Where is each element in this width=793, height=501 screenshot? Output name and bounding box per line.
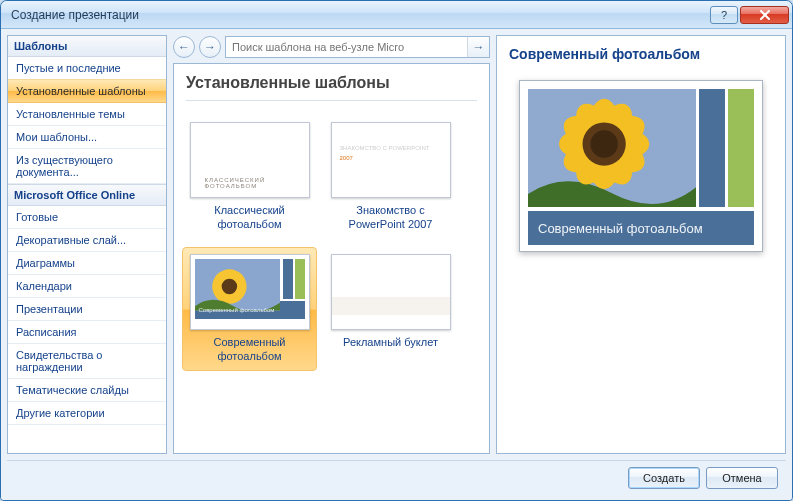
sidebar-item-schedules[interactable]: Расписания [8,321,166,344]
sidebar-item-presentations[interactable]: Презентации [8,298,166,321]
sidebar-item-diagrams[interactable]: Диаграммы [8,252,166,275]
sidebar-item-label: Диаграммы [16,257,75,269]
nav-back-button[interactable]: ← [173,36,195,58]
sunflower-icon [528,89,696,207]
arrow-left-icon: ← [178,40,190,54]
preview-pane: Современный фотоальбом [496,35,786,454]
sidebar-section-online: Microsoft Office Online [8,184,166,206]
template-thumb: КЛАССИЧЕСКИЙ ФОТОАЛЬБОМ [190,122,310,198]
dialog-window: Создание презентации ? Шаблоны Пустые и … [0,0,793,501]
template-item-classic-photo[interactable]: КЛАССИЧЕСКИЙ ФОТОАЛЬБОМ Классический фот… [182,115,317,239]
search-input[interactable] [226,37,467,57]
nav-forward-button[interactable]: → [199,36,221,58]
template-thumb: Современный фотоальбом [190,254,310,330]
workarea: Шаблоны Пустые и последние Установленные… [1,29,792,500]
thumb-text: КЛАССИЧЕСКИЙ ФОТОАЛЬБОМ [205,177,309,189]
sidebar-item-installed-themes[interactable]: Установленные темы [8,103,166,126]
template-item-modern-photo[interactable]: Современный фотоальбом Современный фотоа… [182,247,317,371]
sidebar-item-label: Свидетельства о награждении [16,349,102,373]
template-label: Современный фотоальбом [187,336,312,364]
preview-title: Современный фотоальбом [509,46,773,62]
sidebar-item-award-certs[interactable]: Свидетельства о награждении [8,344,166,379]
template-item-intro-ppt2007[interactable]: ЗНАКОМСТВО С POWERPOINT 2007 Знакомство … [323,115,458,239]
sidebar-item-label: Готовые [16,211,58,223]
svg-point-2 [221,279,236,294]
help-button[interactable]: ? [710,6,738,24]
titlebar: Создание презентации ? [1,1,792,29]
cancel-button[interactable]: Отмена [706,467,778,489]
preview-canvas: Современный фотоальбом [519,80,763,252]
middle-column: ← → → Установленные шаблоны [173,35,490,454]
sidebar-item-blank-recent[interactable]: Пустые и последние [8,57,166,80]
sidebar-item-calendars[interactable]: Календари [8,275,166,298]
sidebar-item-label: Календари [16,280,72,292]
upper-row: Шаблоны Пустые и последние Установленные… [7,35,786,454]
sidebar-item-label: Тематические слайды [16,384,129,396]
gallery-title: Установленные шаблоны [174,64,489,94]
template-thumb [331,254,451,330]
search-box: → [225,36,490,58]
sidebar-section-templates: Шаблоны [8,36,166,57]
nav-row: ← → → [173,35,490,59]
sidebar-item-more-categories[interactable]: Другие категории [8,402,166,425]
sidebar-item-installed-templates[interactable]: Установленные шаблоны [8,79,166,103]
sidebar-item-label: Мои шаблоны... [16,131,97,143]
thumb-text: ЗНАКОМСТВО С POWERPOINT [340,145,430,151]
create-button[interactable]: Создать [628,467,700,489]
template-label: Знакомство с PowerPoint 2007 [328,204,453,232]
window-title: Создание презентации [11,8,709,22]
sidebar-item-label: Декоративные слай... [16,234,126,246]
arrow-right-icon: → [473,40,485,54]
template-thumb: ЗНАКОМСТВО С POWERPOINT 2007 [331,122,451,198]
arrow-right-icon: → [204,40,216,54]
search-go-button[interactable]: → [467,37,489,57]
dialog-footer: Создать Отмена [7,460,786,494]
sunflower-icon [195,259,281,311]
sidebar-item-from-existing[interactable]: Из существующего документа... [8,149,166,184]
sidebar: Шаблоны Пустые и последние Установленные… [7,35,167,454]
sidebar-item-label: Установленные шаблоны [16,85,146,97]
preview-caption: Современный фотоальбом [528,211,754,245]
template-label: Классический фотоальбом [187,204,312,232]
close-button[interactable] [740,6,789,24]
thumb-text: 2007 [340,155,353,161]
sidebar-item-label: Пустые и последние [16,62,121,74]
sidebar-item-label: Другие категории [16,407,105,419]
close-icon [759,10,771,20]
sidebar-item-featured[interactable]: Готовые [8,206,166,229]
sidebar-item-content-slides[interactable]: Тематические слайды [8,379,166,402]
sidebar-item-label: Установленные темы [16,108,125,120]
template-gallery[interactable]: КЛАССИЧЕСКИЙ ФОТОАЛЬБОМ Классический фот… [174,101,489,453]
gallery-panel: Установленные шаблоны КЛАССИЧЕСКИЙ ФОТОА… [173,63,490,454]
sidebar-item-label: Расписания [16,326,76,338]
template-label: Рекламный буклет [343,336,438,364]
sidebar-item-design-slides[interactable]: Декоративные слай... [8,229,166,252]
template-item-ad-booklet[interactable]: Рекламный буклет [323,247,458,371]
sidebar-item-label: Презентации [16,303,83,315]
sidebar-item-my-templates[interactable]: Мои шаблоны... [8,126,166,149]
sidebar-item-label: Из существующего документа... [16,154,113,178]
svg-point-11 [590,130,618,158]
